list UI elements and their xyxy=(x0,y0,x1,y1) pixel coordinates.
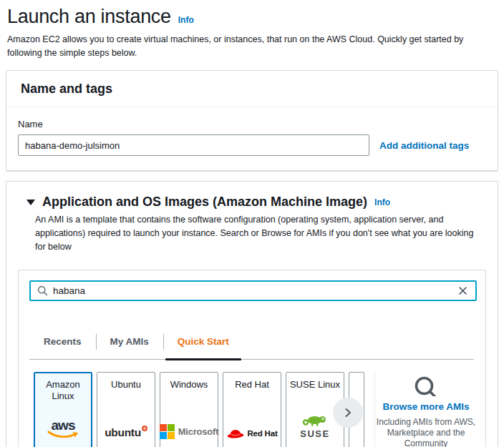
ami-card-red-hat[interactable]: Red Hat Red Hat xyxy=(223,372,281,447)
chevron-right-icon xyxy=(343,408,353,418)
ami-search-input[interactable] xyxy=(53,285,457,296)
browse-more-amis-link[interactable]: Browse more AMIs xyxy=(382,401,469,412)
ami-section-title: Application and OS Images (Amazon Machin… xyxy=(42,195,367,210)
aws-smile-icon xyxy=(47,431,79,439)
redhat-logo: Red Hat xyxy=(226,428,277,439)
ami-search-box xyxy=(29,280,477,301)
redhat-fedora-icon xyxy=(226,428,245,439)
browse-more-amis-subtext: Including AMIs from AWS, Marketplace and… xyxy=(375,417,477,447)
tab-quick-start[interactable]: Quick Start xyxy=(163,317,243,359)
suse-chameleon-icon xyxy=(301,413,329,427)
ami-picker-panel: Recents My AMIs Quick Start Amazon Linux… xyxy=(18,270,486,447)
collapse-triangle-icon[interactable] xyxy=(26,200,35,205)
name-and-tags-header: Name and tags xyxy=(6,71,498,107)
ami-cards-row: Amazon Linux aws Ubuntu ubuntu xyxy=(34,372,474,447)
ami-card-title: Windows xyxy=(170,379,208,390)
ami-section-header: Application and OS Images (Amazon Machin… xyxy=(6,195,498,210)
name-and-tags-body: Name Add additional tags xyxy=(6,107,498,170)
carousel-next-button[interactable] xyxy=(333,398,363,428)
ami-tabs: Recents My AMIs Quick Start xyxy=(29,317,474,360)
ami-description: An AMI is a template that contains the s… xyxy=(35,213,483,254)
microsoft-squares-icon xyxy=(160,424,175,439)
ami-carousel: Amazon Linux aws Ubuntu ubuntu xyxy=(34,372,362,447)
launch-instance-page: Launch an instance Info Amazon EC2 allow… xyxy=(0,6,504,447)
close-icon xyxy=(458,286,467,295)
aws-logo: aws xyxy=(47,420,79,439)
page-description: Amazon EC2 allows you to create virtual … xyxy=(7,33,483,60)
ubuntu-logo: ubuntu xyxy=(105,426,147,439)
clear-search-button[interactable] xyxy=(457,285,469,297)
ami-card-ubuntu[interactable]: Ubuntu ubuntu xyxy=(97,372,155,447)
name-and-tags-section: Name and tags Name Add additional tags xyxy=(6,70,498,171)
ami-card-amazon-linux[interactable]: Amazon Linux aws xyxy=(34,372,92,447)
name-label: Name xyxy=(18,119,486,129)
browse-more-amis-panel: Browse more AMIs Including AMIs from AWS… xyxy=(375,372,477,447)
suse-logo: SUSE xyxy=(300,413,329,439)
tab-my-amis[interactable]: My AMIs xyxy=(96,317,163,359)
browse-search-icon xyxy=(413,375,440,396)
microsoft-logo: Microsoft xyxy=(160,424,219,439)
ami-card-title: Ubuntu xyxy=(111,379,141,390)
add-additional-tags-link[interactable]: Add additional tags xyxy=(379,140,469,151)
tab-recents[interactable]: Recents xyxy=(29,317,96,359)
ami-section: Application and OS Images (Amazon Machin… xyxy=(6,181,498,447)
ami-card-title: SUSE Linux xyxy=(290,379,340,390)
name-and-tags-title: Name and tags xyxy=(21,82,483,97)
ami-info-link[interactable]: Info xyxy=(374,197,390,207)
ami-card-title: Red Hat xyxy=(235,379,269,390)
page-title: Launch an instance xyxy=(7,6,171,28)
ami-card-windows[interactable]: Windows Microsoft xyxy=(160,372,218,447)
ubuntu-circle-icon xyxy=(142,426,147,431)
ami-card-title: Amazon Linux xyxy=(37,379,89,402)
name-input[interactable] xyxy=(18,134,369,156)
search-icon xyxy=(37,285,48,296)
page-header: Launch an instance Info xyxy=(7,6,498,28)
page-info-link[interactable]: Info xyxy=(178,15,194,25)
